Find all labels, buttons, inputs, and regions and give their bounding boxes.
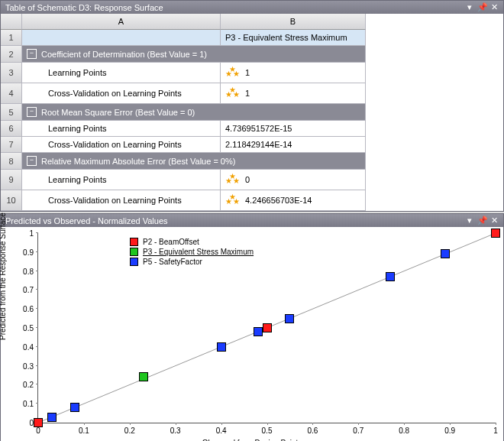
row-num[interactable]: 5 (1, 104, 22, 121)
col-header-rownum[interactable] (1, 14, 22, 30)
pin-icon[interactable]: 📌 (477, 2, 486, 12)
data-point[interactable] (254, 327, 263, 336)
close-icon[interactable]: ✕ (489, 216, 499, 225)
metric-value[interactable]: ★★★4.246656703E-14 (221, 190, 366, 211)
collapse-icon[interactable]: − (27, 156, 37, 166)
group-header[interactable]: −Coefficient of Determination (Best Valu… (22, 46, 366, 63)
value-text: 1 (245, 89, 250, 98)
stars-icon: ★★★ (225, 193, 241, 207)
data-point[interactable] (491, 229, 500, 238)
legend-swatch (130, 248, 138, 256)
legend-swatch (130, 258, 138, 266)
metric-label[interactable]: Cross-Validation on Learning Points (22, 190, 221, 211)
y-tick: 0.3 (17, 362, 34, 370)
y-tick: 0 (17, 419, 34, 427)
value-text: 0 (245, 175, 250, 184)
row-num[interactable]: 7 (1, 137, 22, 153)
col-header-b[interactable]: B (221, 14, 366, 30)
chart-titlebar[interactable]: Predicted vs Observed - Normalized Value… (1, 214, 503, 227)
data-point[interactable] (70, 403, 79, 412)
collapse-icon[interactable]: − (27, 107, 37, 117)
stars-icon: ★★★ (225, 173, 241, 186)
metric-value[interactable]: ★★★1 (221, 63, 366, 83)
y-tick: 1 (17, 229, 34, 238)
metric-value[interactable]: 4.736951572E-15 (221, 121, 366, 137)
x-tick: 0.6 (307, 426, 318, 435)
legend-item[interactable]: P3 - Equivalent Stress Maximum (130, 248, 254, 256)
row-num[interactable]: 4 (1, 83, 22, 104)
x-tick: 0 (36, 426, 40, 435)
table-titlebar[interactable]: Table of Schematic D3: Response Surface … (1, 1, 503, 14)
data-point[interactable] (139, 372, 148, 381)
data-point[interactable] (217, 342, 226, 352)
x-tick: 0.3 (170, 426, 181, 435)
legend-item[interactable]: P2 - BeamOffset (130, 238, 254, 246)
chart-window-controls: ▾ 📌 ✕ (465, 216, 499, 225)
y-tick: 0.4 (17, 342, 34, 351)
metric-value[interactable]: 2.118429144E-14 (221, 137, 366, 153)
dropdown-icon[interactable]: ▾ (465, 216, 474, 225)
col-header-a[interactable]: A (22, 14, 221, 30)
legend-item[interactable]: P5 - SafetyFactor (130, 258, 254, 266)
data-point[interactable] (47, 413, 57, 422)
dropdown-icon[interactable]: ▾ (465, 2, 474, 12)
y-tick: 0.8 (17, 267, 34, 275)
metric-label[interactable]: Learning Points (22, 121, 221, 137)
legend-swatch (130, 238, 138, 246)
group-header[interactable]: −Root Mean Square Error (Best Value = 0) (22, 104, 366, 121)
data-point[interactable] (34, 418, 43, 427)
x-tick: 0.8 (399, 426, 409, 435)
x-tick: 0.4 (216, 426, 227, 435)
y-axis-label: Predicted from the Response Surface (0, 212, 7, 340)
metric-label[interactable]: Learning Points (22, 170, 221, 190)
chart-title: Predicted vs Observed - Normalized Value… (5, 216, 168, 225)
table-title: Table of Schematic D3: Response Surface (5, 3, 163, 12)
cell-a1[interactable] (22, 30, 221, 46)
scatter-plot[interactable]: P2 - BeamOffsetP3 - Equivalent Stress Ma… (37, 233, 496, 423)
metric-value[interactable]: ★★★1 (221, 83, 366, 104)
collapse-icon[interactable]: − (27, 49, 37, 59)
row-num[interactable]: 1 (1, 30, 22, 46)
data-point[interactable] (263, 323, 272, 332)
data-point[interactable] (441, 249, 450, 258)
x-tick: 0.2 (124, 426, 135, 435)
stars-icon: ★★★ (225, 86, 241, 100)
cell-b1[interactable]: P3 - Equivalent Stress Maximum (221, 30, 366, 46)
close-icon[interactable]: ✕ (489, 2, 499, 12)
x-tick: 0.5 (262, 426, 273, 435)
x-tick: 0.1 (79, 426, 89, 435)
row-num[interactable]: 2 (1, 46, 22, 63)
data-point[interactable] (285, 314, 294, 323)
metric-label[interactable]: Cross-Validation on Learning Points (22, 83, 221, 104)
row-num[interactable]: 8 (1, 153, 22, 170)
legend-label: P2 - BeamOffset (143, 238, 199, 246)
legend-label: P3 - Equivalent Stress Maximum (143, 248, 254, 256)
y-tick: 0.2 (17, 381, 34, 389)
table-window-controls: ▾ 📌 ✕ (465, 2, 499, 12)
metric-value[interactable]: ★★★0 (221, 170, 366, 190)
pin-icon[interactable]: 📌 (477, 216, 486, 225)
legend[interactable]: P2 - BeamOffsetP3 - Equivalent Stress Ma… (130, 238, 254, 268)
y-tick: 0.6 (17, 305, 34, 313)
data-point[interactable] (386, 272, 395, 281)
row-num[interactable]: 6 (1, 121, 22, 137)
x-tick: 0.9 (444, 426, 455, 435)
y-tick: 0.7 (17, 286, 34, 294)
schematic-table: A B 1 P3 - Equivalent Stress Maximum 2−C… (1, 14, 503, 211)
schematic-table-panel: Table of Schematic D3: Response Surface … (0, 0, 504, 212)
x-tick: 0.7 (353, 426, 363, 435)
row-num[interactable]: 9 (1, 170, 22, 190)
chart-area: Predicted from the Response Surface P2 -… (1, 233, 503, 441)
value-text: 4.246656703E-14 (245, 196, 312, 205)
metric-label[interactable]: Learning Points (22, 63, 221, 83)
row-num[interactable]: 3 (1, 63, 22, 83)
value-text: 1 (245, 68, 250, 77)
legend-label: P5 - SafetyFactor (143, 258, 202, 266)
y-tick: 0.9 (17, 248, 34, 256)
stars-icon: ★★★ (225, 66, 241, 79)
chart-panel: Predicted vs Observed - Normalized Value… (0, 213, 504, 441)
row-num[interactable]: 10 (1, 190, 22, 211)
group-header[interactable]: −Relative Maximum Absolute Error (Best V… (22, 153, 366, 170)
metric-label[interactable]: Cross-Validation on Learning Points (22, 137, 221, 153)
y-tick: 0.5 (17, 324, 34, 332)
